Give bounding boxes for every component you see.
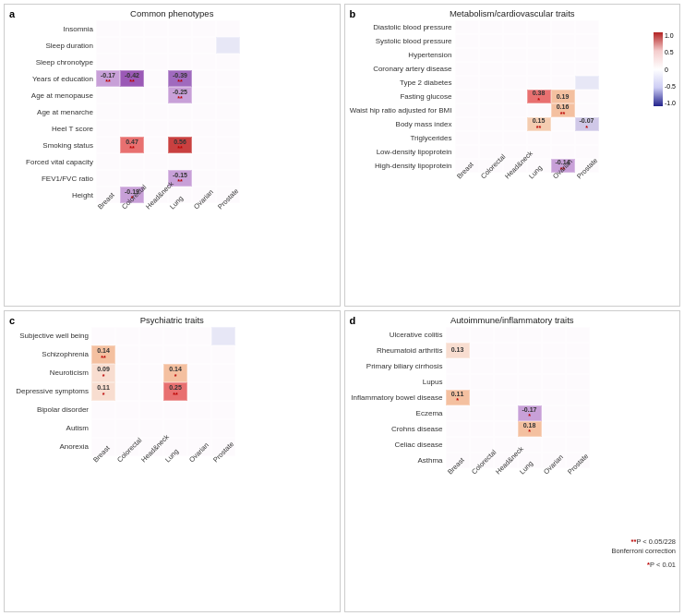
cell-a-4-5 (216, 87, 240, 103)
heatmap-row-a-7: 0.47**0.56** (96, 137, 240, 153)
cell-c-2-1 (115, 364, 139, 382)
cell-d-5-5 (566, 405, 590, 421)
col-label-wrapper-a-5: Prostate (216, 205, 240, 247)
row-label-b-10: High-density lipoprotein (349, 159, 455, 173)
panel-title-c: Psychiatric traits (8, 315, 336, 325)
col-label-wrapper-a-2: Head&neck (144, 205, 168, 247)
cell-b-6-3 (527, 103, 551, 117)
heatmap-row-a-8 (96, 153, 240, 170)
cell-c-3-3: 0.25** (163, 382, 187, 401)
heatmap-row-d-2 (446, 358, 590, 374)
cell-stars-c-1-0: ** (101, 355, 105, 361)
cell-val-b-5-4: 0.19 (557, 93, 570, 101)
cell-a-4-0 (96, 87, 120, 103)
cell-val-a-3-0: -0.17 (101, 72, 115, 79)
cell-b-7-5: -0.07* (575, 117, 599, 131)
cell-b-9-0 (455, 145, 479, 159)
cell-d-5-2 (494, 405, 518, 421)
cell-b-7-3: 0.15** (527, 117, 551, 131)
main-container: aCommon phenotypesInsomniaSleep duration… (0, 0, 684, 616)
cell-d-6-3: 0.18* (518, 421, 542, 437)
col-label-wrapper-d-3: Lung (518, 470, 542, 512)
cell-stars-a-3-1: ** (129, 79, 134, 85)
cell-c-4-2 (139, 401, 163, 419)
cell-a-1-1 (120, 37, 144, 54)
cell-stars-b-7-3: ** (536, 125, 541, 131)
cell-d-6-0 (446, 421, 470, 437)
panel-b: bMetabolism/cardiovascular traitsDiastol… (344, 4, 681, 307)
cell-d-1-5 (566, 343, 590, 358)
row-label-d-6: Crohns disease (349, 421, 446, 437)
heatmap-row-c-2: 0.09*0.14* (91, 364, 235, 382)
cell-b-8-0 (455, 131, 479, 145)
col-label-wrapper-c-5: Prostate (211, 458, 235, 500)
cell-a-2-2 (144, 54, 168, 70)
row-label-d-7: Celiac disease (349, 437, 446, 453)
col-label-wrapper-d-2: Head&neck (494, 470, 518, 512)
cell-b-6-1 (479, 103, 503, 117)
row-label-d-5: Eczema (349, 405, 446, 421)
cell-b-1-4 (551, 34, 575, 48)
cell-d-6-2 (494, 421, 518, 437)
cell-val-d-5-3: -0.17 (522, 406, 537, 414)
heatmap-wrapper-a: InsomniaSleep durationSleep chronotypeYe… (8, 20, 336, 247)
cell-val-d-1-0: 0.13 (451, 346, 464, 354)
cell-d-2-5 (566, 358, 590, 374)
col-label-wrapper-c-1: Colorectal (115, 458, 139, 500)
cell-b-3-4 (551, 62, 575, 76)
cell-b-1-3 (527, 34, 551, 48)
panel-label-c: c (9, 315, 15, 326)
cell-d-7-4 (542, 437, 566, 453)
heatmap-row-a-4: -0.25** (96, 87, 240, 103)
cell-b-3-0 (455, 62, 479, 76)
cell-c-2-3: 0.14* (163, 364, 187, 382)
row-label-b-8: Triglycerides (349, 131, 455, 145)
cell-val-a-3-1: -0.42 (125, 72, 139, 79)
cell-a-1-4 (192, 37, 216, 54)
heatmap-row-c-1: 0.14** (91, 345, 235, 364)
heatmap-row-d-1: 0.13 (446, 343, 590, 358)
col-label-wrapper-a-3: Lung (168, 205, 192, 247)
heatmap-wrapper-c: Subjective well beingSchizophreniaNeurot… (8, 327, 336, 500)
cell-stars-c-2-3: * (174, 373, 177, 380)
cell-a-1-2 (144, 37, 168, 54)
col-label-wrapper-c-0: Breast (91, 458, 115, 500)
cell-a-4-4 (192, 87, 216, 103)
cell-b-2-1 (479, 48, 503, 62)
cell-val-c-1-0: 0.14 (97, 347, 110, 355)
row-label-a-7: Smoking status (8, 137, 96, 153)
cell-b-9-5 (575, 145, 599, 159)
cell-d-0-2 (494, 327, 518, 343)
cell-b-5-1 (479, 90, 503, 103)
cell-d-2-4 (542, 358, 566, 374)
grid-area-d: 0.130.11*-0.17*0.18*BreastColorectalHead… (446, 327, 590, 512)
cell-b-7-1 (479, 117, 503, 131)
col-label-wrapper-b-3: Lung (527, 175, 551, 216)
heatmap-row-b-0 (455, 20, 599, 34)
heatmap-row-b-6: 0.16** (455, 103, 599, 117)
cell-stars-b-7-5: * (585, 125, 588, 131)
cell-val-a-3-3: -0.39 (173, 72, 187, 79)
cell-b-4-2 (503, 76, 527, 90)
cell-d-5-3: -0.17* (518, 405, 542, 421)
cell-a-8-1 (120, 153, 144, 170)
cell-a-3-5 (216, 70, 240, 87)
row-label-b-9: Low-density lipoprotein (349, 145, 455, 159)
cell-val-d-4-0: 0.11 (451, 391, 464, 398)
cell-b-6-4: 0.16** (551, 103, 575, 117)
row-label-a-9: FEV1/FVC ratio (8, 170, 96, 187)
cell-stars-a-9-3: ** (177, 178, 182, 185)
cell-b-8-4 (551, 131, 575, 145)
col-labels-c: BreastColorectalHead&neckLungOvarianPros… (91, 458, 235, 500)
cell-a-7-1: 0.47** (120, 137, 144, 153)
cell-d-4-5 (566, 390, 590, 405)
cell-d-3-0 (446, 374, 470, 390)
cell-b-0-5 (575, 20, 599, 34)
cell-b-1-5 (575, 34, 599, 48)
col-labels-a: BreastColorectalHead&neckLungOvarianPros… (96, 205, 240, 247)
cell-b-5-0 (455, 90, 479, 103)
cell-a-0-3 (168, 20, 192, 37)
heatmap-row-b-2 (455, 48, 599, 62)
cell-c-4-4 (187, 401, 211, 419)
legend-value: 1.0 (665, 32, 676, 39)
